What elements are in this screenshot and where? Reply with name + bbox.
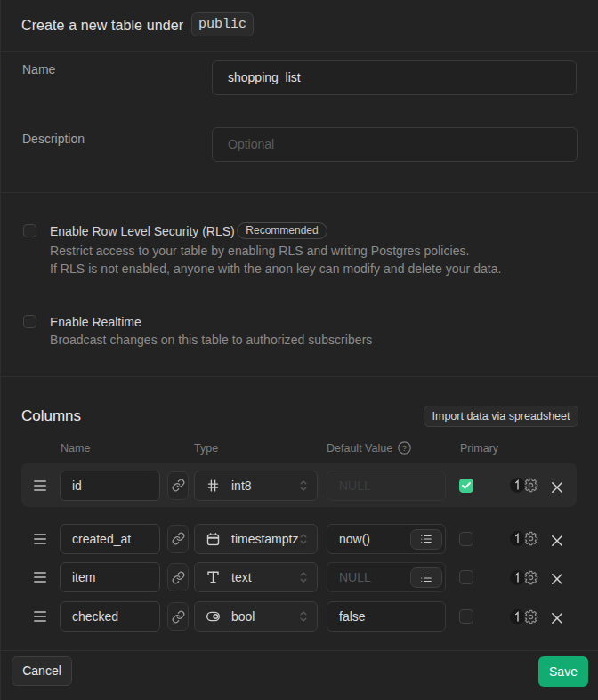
svg-text:?: ?	[402, 443, 407, 453]
